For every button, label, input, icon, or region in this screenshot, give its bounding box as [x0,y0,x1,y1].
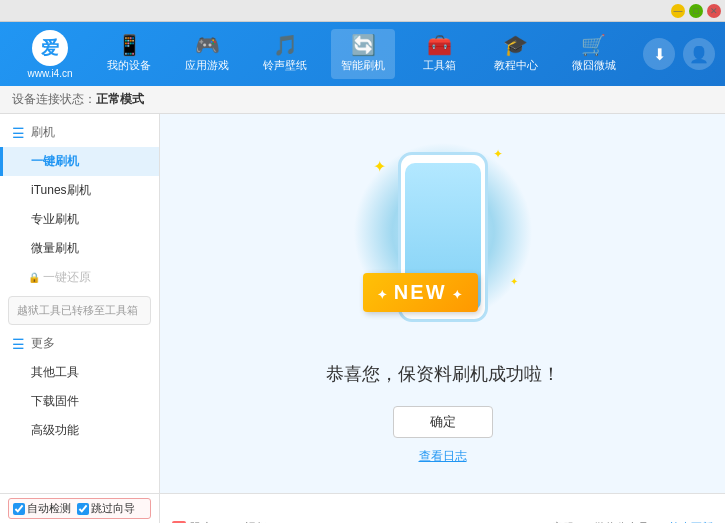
bottom-status: 阻止iTunes运行 V7.98.66 客服 微信公众号 检查更新 [160,494,725,523]
success-text: 恭喜您，保资料刷机成功啦！ [326,362,560,386]
main-area: ☰ 刷机 一键刷机 iTunes刷机 专业刷机 微量刷机 🔒 一键还原 越狱工具… [0,114,725,493]
nav-smart-flash[interactable]: 🔄 智能刷机 [331,29,395,79]
minimize-button[interactable]: — [671,4,685,18]
nav-my-device-label: 我的设备 [107,58,151,73]
apps-icon: 🎮 [195,35,220,55]
auto-detect-checkbox[interactable]: 自动检测 [13,501,71,516]
toolbox-icon: 🧰 [427,35,452,55]
flash-section: ☰ 刷机 一键刷机 iTunes刷机 专业刷机 微量刷机 🔒 一键还原 越狱工具… [0,118,159,325]
sparkle-2: ✦ [493,147,503,161]
my-device-icon: 📱 [117,35,142,55]
sidebar-item-micro[interactable]: 微量刷机 [0,234,159,263]
new-badge: NEW [363,273,478,312]
title-bar: — □ ✕ [0,0,725,22]
nav-apps[interactable]: 🎮 应用游戏 [175,29,239,79]
nav-tutorial[interactable]: 🎓 教程中心 [484,29,548,79]
nav-weidian[interactable]: 🛒 微囧微城 [562,29,626,79]
status-value: 正常模式 [96,91,144,108]
auto-detect-input[interactable] [13,503,25,515]
flash-section-icon: ☰ [12,125,25,141]
sidebar-item-onekey-restore: 🔒 一键还原 [0,263,159,292]
flash-section-title: ☰ 刷机 [0,118,159,147]
smart-flash-icon: 🔄 [351,35,376,55]
nav-my-device[interactable]: 📱 我的设备 [97,29,161,79]
status-bar: 设备连接状态： 正常模式 [0,86,725,114]
close-button[interactable]: ✕ [707,4,721,18]
nav-right: ⬇ 👤 [643,38,715,70]
sparkle-3: ✦ [510,276,518,287]
logo-icon: 爱 [32,30,68,66]
header: 爱 www.i4.cn 📱 我的设备 🎮 应用游戏 🎵 铃声壁纸 🔄 智能刷机 … [0,22,725,86]
sparkle-1: ✦ [373,157,386,176]
nav-smart-flash-label: 智能刷机 [341,58,385,73]
nav-weidian-label: 微囧微城 [572,58,616,73]
maximize-button[interactable]: □ [689,4,703,18]
nav-toolbox[interactable]: 🧰 工具箱 [410,29,470,79]
tutorial-icon: 🎓 [503,35,528,55]
nav-toolbox-label: 工具箱 [423,58,456,73]
user-button[interactable]: 👤 [683,38,715,70]
logo[interactable]: 爱 www.i4.cn [10,30,90,79]
download-button[interactable]: ⬇ [643,38,675,70]
nav-bar: 📱 我的设备 🎮 应用游戏 🎵 铃声壁纸 🔄 智能刷机 🧰 工具箱 🎓 教程中心… [90,22,633,86]
sidebar-item-advanced[interactable]: 高级功能 [0,416,159,445]
sidebar-info-box: 越狱工具已转移至工具箱 [8,296,151,325]
device-panel: 自动检测 跳过向导 📱 iPhone 12 mini 64GB Down-12m… [0,494,160,523]
confirm-button[interactable]: 确定 [393,406,493,438]
sidebar-item-download-fw[interactable]: 下载固件 [0,387,159,416]
logo-url: www.i4.cn [27,68,72,79]
phone-illustration: ✦ ✦ ✦ NEW [353,142,533,342]
weidian-icon: 🛒 [581,35,606,55]
skip-wizard-input[interactable] [77,503,89,515]
sidebar-item-other-tools[interactable]: 其他工具 [0,358,159,387]
content-area: ✦ ✦ ✦ NEW 恭喜您，保资料刷机成功啦！ 确定 查看日志 [160,114,725,493]
sidebar: ☰ 刷机 一键刷机 iTunes刷机 专业刷机 微量刷机 🔒 一键还原 越狱工具… [0,114,160,493]
bottom-section: 自动检测 跳过向导 📱 iPhone 12 mini 64GB Down-12m… [0,493,725,523]
more-section-icon: ☰ [12,336,25,352]
wallpaper-icon: 🎵 [273,35,298,55]
more-section-title: ☰ 更多 [0,329,159,358]
nav-tutorial-label: 教程中心 [494,58,538,73]
nav-wallpaper[interactable]: 🎵 铃声壁纸 [253,29,317,79]
log-link[interactable]: 查看日志 [419,448,467,465]
more-section: ☰ 更多 其他工具 下载固件 高级功能 [0,329,159,445]
sidebar-item-itunes[interactable]: iTunes刷机 [0,176,159,205]
checkbox-row: 自动检测 跳过向导 [8,498,151,519]
status-label: 设备连接状态： [12,91,96,108]
skip-wizard-checkbox[interactable]: 跳过向导 [77,501,135,516]
nav-wallpaper-label: 铃声壁纸 [263,58,307,73]
sidebar-item-onekey[interactable]: 一键刷机 [0,147,159,176]
nav-apps-label: 应用游戏 [185,58,229,73]
sidebar-item-pro[interactable]: 专业刷机 [0,205,159,234]
